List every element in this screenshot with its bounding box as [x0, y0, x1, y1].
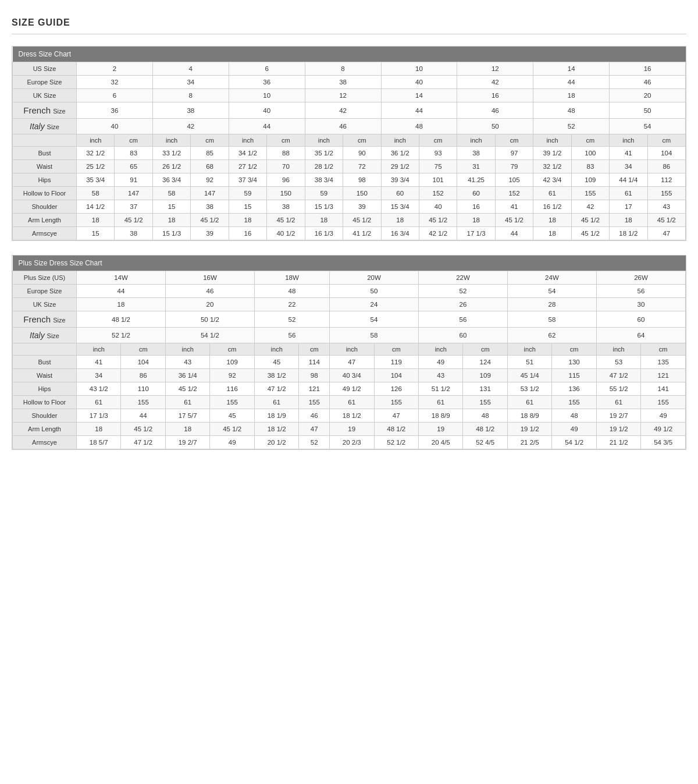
measure-value-1-12: 47 1/2 — [596, 369, 640, 382]
measure-value-4-11: 41 — [495, 200, 533, 214]
measure-label-6: Armscye — [13, 436, 77, 449]
size-value-4-6: 64 — [596, 328, 685, 343]
size-value-3-6: 48 — [533, 102, 610, 119]
subheader-12: inch — [596, 343, 640, 356]
measure-value-1-10: 31 — [457, 160, 495, 173]
measure-value-3-0: 61 — [77, 396, 121, 409]
measure-value-3-12: 61 — [533, 187, 571, 200]
measure-value-3-5: 155 — [299, 396, 330, 409]
size-value-4-5: 50 — [457, 119, 533, 134]
measure-value-5-3: 45 1/2 — [210, 423, 254, 436]
size-value-2-0: 18 — [77, 298, 166, 311]
measure-value-3-14: 61 — [610, 187, 647, 200]
size-value-4-5: 62 — [507, 328, 596, 343]
measure-value-5-2: 18 — [165, 423, 209, 436]
size-value-2-5: 28 — [507, 298, 596, 311]
measure-value-0-11: 130 — [552, 356, 596, 369]
measure-value-0-5: 114 — [299, 356, 330, 369]
plus-size-table: Plus Size Dress Size ChartPlus Size (US)… — [12, 256, 686, 449]
size-value-1-6: 56 — [596, 285, 685, 298]
measure-value-0-0: 32 1/2 — [77, 147, 115, 160]
measure-label-5: Arm Length — [13, 214, 77, 227]
measure-label-0: Bust — [13, 356, 77, 369]
measure-value-0-14: 41 — [610, 147, 647, 160]
size-value-3-1: 38 — [152, 102, 229, 119]
measure-value-4-3: 45 — [210, 409, 254, 423]
measure-value-6-10: 21 2/5 — [507, 436, 551, 449]
measure-value-6-15: 47 — [647, 227, 685, 240]
measure-value-6-1: 38 — [115, 227, 152, 240]
measure-value-5-10: 19 1/2 — [507, 423, 551, 436]
size-value-0-0: 14W — [77, 271, 166, 285]
measure-label-4: Shoulder — [13, 200, 77, 214]
measure-value-0-10: 38 — [457, 147, 495, 160]
size-value-3-2: 52 — [254, 311, 329, 328]
measure-value-5-0: 18 — [77, 214, 115, 227]
measure-value-1-15: 86 — [647, 160, 685, 173]
measure-value-1-6: 28 1/2 — [305, 160, 343, 173]
size-value-3-4: 56 — [418, 311, 507, 328]
measure-value-6-9: 42 1/2 — [419, 227, 457, 240]
size-value-2-6: 30 — [596, 298, 685, 311]
size-value-2-3: 24 — [330, 298, 419, 311]
measure-value-4-4: 15 — [229, 200, 266, 214]
measure-value-6-3: 49 — [210, 436, 254, 449]
measure-value-0-13: 100 — [571, 147, 609, 160]
measure-value-4-6: 18 1/2 — [330, 409, 374, 423]
measure-value-2-11: 105 — [495, 173, 533, 187]
measure-value-3-9: 155 — [463, 396, 507, 409]
measure-value-4-9: 48 — [463, 409, 507, 423]
measure-value-1-13: 83 — [571, 160, 609, 173]
measure-value-3-6: 61 — [330, 396, 374, 409]
size-value-4-3: 58 — [330, 328, 419, 343]
measure-value-6-12: 21 1/2 — [596, 436, 640, 449]
subheader-9: cm — [419, 134, 457, 147]
subheader-11: cm — [552, 343, 596, 356]
measure-value-5-6: 18 — [305, 214, 343, 227]
size-value-2-6: 18 — [533, 89, 610, 102]
row-label-2: UK Size — [13, 89, 77, 102]
measure-label-3: Hollow to Floor — [13, 396, 77, 409]
measure-value-1-6: 40 3/4 — [330, 369, 374, 382]
measure-value-1-9: 109 — [463, 369, 507, 382]
size-value-3-1: 50 1/2 — [165, 311, 254, 328]
measure-value-3-1: 155 — [121, 396, 165, 409]
measure-value-1-5: 98 — [299, 369, 330, 382]
measure-value-4-2: 17 5/7 — [165, 409, 209, 423]
measure-value-4-13: 42 — [571, 200, 609, 214]
measure-value-6-4: 16 — [229, 227, 266, 240]
measure-value-0-7: 119 — [374, 356, 418, 369]
size-value-4-4: 48 — [381, 119, 457, 134]
measure-value-4-10: 18 8/9 — [507, 409, 551, 423]
size-value-2-2: 22 — [254, 298, 329, 311]
size-value-4-6: 52 — [533, 119, 610, 134]
measure-value-4-5: 38 — [267, 200, 305, 214]
measure-value-1-1: 65 — [115, 160, 152, 173]
size-value-3-5: 58 — [507, 311, 596, 328]
size-value-2-1: 8 — [152, 89, 229, 102]
size-value-0-6: 14 — [533, 62, 610, 76]
size-value-4-3: 46 — [305, 119, 381, 134]
measure-value-1-3: 92 — [210, 369, 254, 382]
measure-value-5-2: 18 — [152, 214, 190, 227]
measure-value-4-7: 47 — [374, 409, 418, 423]
measure-value-1-8: 29 1/2 — [381, 160, 419, 173]
size-value-2-5: 16 — [457, 89, 533, 102]
measure-value-4-12: 19 2/7 — [596, 409, 640, 423]
measure-value-6-13: 54 3/5 — [641, 436, 686, 449]
measure-label-5: Arm Length — [13, 423, 77, 436]
subheader-15: cm — [647, 134, 685, 147]
measure-value-0-6: 47 — [330, 356, 374, 369]
measure-value-3-10: 60 — [457, 187, 495, 200]
measure-value-3-13: 155 — [641, 396, 686, 409]
measure-value-3-1: 147 — [115, 187, 152, 200]
measure-value-0-9: 124 — [463, 356, 507, 369]
measure-value-2-9: 101 — [419, 173, 457, 187]
measure-value-2-3: 116 — [210, 382, 254, 396]
measure-value-5-6: 19 — [330, 423, 374, 436]
size-value-0-4: 10 — [381, 62, 457, 76]
measure-value-5-5: 45 1/2 — [267, 214, 305, 227]
measure-value-6-6: 16 1/3 — [305, 227, 343, 240]
size-value-1-5: 42 — [457, 76, 533, 89]
subheader-1: cm — [121, 343, 165, 356]
